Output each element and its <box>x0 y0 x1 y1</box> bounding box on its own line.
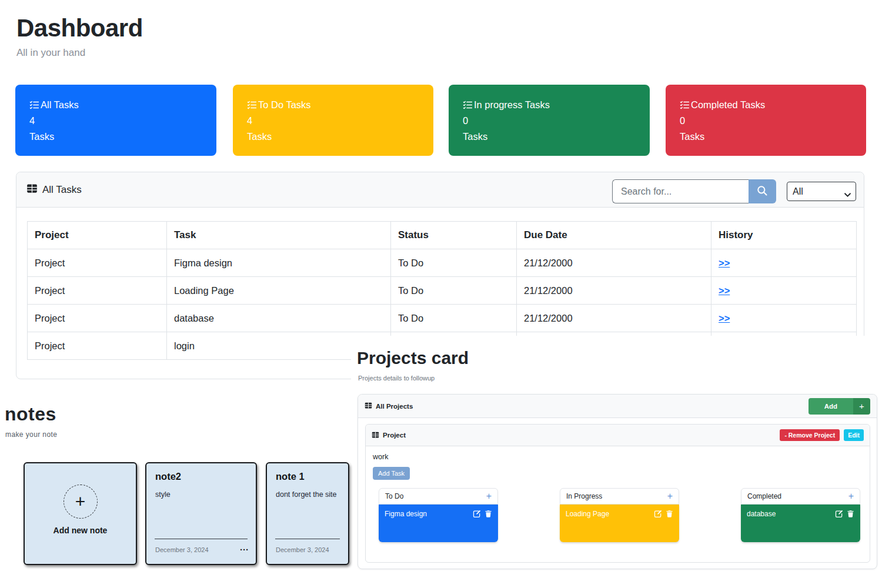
search-icon <box>757 185 768 198</box>
stat-label: All Tasks <box>41 99 79 111</box>
stat-card-all-tasks[interactable]: All Tasks 4 Tasks <box>15 85 216 156</box>
page-title: Dashboard <box>16 14 143 42</box>
cell-due-date: 21/12/2000 <box>517 249 711 277</box>
stat-unit: Tasks <box>247 129 433 145</box>
projects-subtitle: Projects details to followup <box>358 375 435 382</box>
list-check-icon <box>463 100 473 110</box>
stat-label: In progress Tasks <box>474 99 550 111</box>
table-row: Project Figma design To Do 21/12/2000 >> <box>28 249 857 277</box>
table-icon <box>372 431 379 440</box>
table-icon <box>365 402 372 410</box>
trash-icon[interactable] <box>666 510 673 518</box>
all-projects-panel: All Projects Add + Project - Remove Proj… <box>358 394 877 569</box>
plus-icon[interactable]: + <box>486 492 492 501</box>
add-task-button[interactable]: Add Task <box>373 467 410 480</box>
kanban-column-completed: Completed + database <box>741 488 860 542</box>
kanban-task-label: database <box>747 510 776 518</box>
page-header: Dashboard All in your hand <box>16 14 143 59</box>
kanban-column-inprogress: In Progress + Loading Page <box>560 488 679 542</box>
note-card[interactable]: note2 style December 3, 2024 ··· <box>145 462 257 565</box>
search-button[interactable] <box>749 179 776 203</box>
notes-subtitle: make your note <box>5 430 57 439</box>
dashboard-page: Dashboard All in your hand All Tasks 4 T… <box>0 0 882 588</box>
cell-task: Figma design <box>167 249 391 277</box>
cell-status: To Do <box>391 249 517 277</box>
plus-icon: + <box>853 398 870 415</box>
stat-unit: Tasks <box>463 129 650 145</box>
col-header-project: Project <box>28 222 167 249</box>
cell-project: Project <box>28 332 167 360</box>
add-project-button[interactable]: Add + <box>808 398 870 415</box>
col-header-history: History <box>711 222 857 249</box>
stat-card-completed-tasks[interactable]: Completed Tasks 0 Tasks <box>666 85 866 156</box>
cell-status: To Do <box>391 305 517 332</box>
note-divider <box>275 539 340 539</box>
table-icon <box>26 183 38 197</box>
history-link[interactable]: >> <box>719 258 730 268</box>
remove-project-button[interactable]: - Remove Project <box>780 429 840 441</box>
note-body: style <box>155 490 171 499</box>
list-check-icon <box>680 100 690 110</box>
stat-unit: Tasks <box>29 129 216 145</box>
col-header-status: Status <box>391 222 517 249</box>
kanban-task-card[interactable]: Figma design <box>379 505 498 542</box>
note-card[interactable]: note 1 dont forget the site December 3, … <box>266 462 349 565</box>
stat-count: 4 <box>29 113 216 129</box>
cell-project: Project <box>28 277 167 305</box>
kanban-column-title: Completed <box>747 492 781 500</box>
project-card-title: Project <box>383 432 406 439</box>
trash-icon[interactable] <box>847 510 854 518</box>
plus-icon[interactable]: + <box>848 492 854 501</box>
plus-icon[interactable]: + <box>667 492 673 501</box>
history-link[interactable]: >> <box>719 313 730 323</box>
cell-status: To Do <box>391 277 517 305</box>
kanban-column-title: In Progress <box>566 492 602 500</box>
table-header-row: Project Task Status Due Date History <box>28 222 857 249</box>
all-tasks-panel-header: All Tasks All <box>16 172 864 208</box>
edit-icon[interactable] <box>654 510 662 518</box>
cell-project: Project <box>28 305 167 332</box>
add-note-label: Add new note <box>25 526 136 535</box>
note-divider <box>155 539 248 539</box>
filter-select[interactable]: All <box>787 182 856 201</box>
add-note-card[interactable]: + Add new note <box>24 462 137 565</box>
edit-icon[interactable] <box>835 510 843 518</box>
list-check-icon <box>247 100 257 110</box>
page-subtitle: All in your hand <box>16 47 143 59</box>
add-note-plus-icon[interactable]: + <box>64 485 98 519</box>
col-header-due-date: Due Date <box>517 222 711 249</box>
note-date: December 3, 2024 <box>276 546 329 553</box>
cell-project: Project <box>28 249 167 277</box>
stat-count: 0 <box>463 113 650 129</box>
stat-count: 0 <box>680 113 866 129</box>
kanban-task-card[interactable]: database <box>741 505 860 542</box>
project-card: Project - Remove Project Edit work Add T… <box>365 424 870 563</box>
stat-count: 4 <box>247 113 433 129</box>
table-row: Project database To Do 21/12/2000 >> <box>28 305 857 332</box>
all-projects-panel-header: All Projects Add + <box>358 395 877 418</box>
kanban-task-card[interactable]: Loading Page <box>560 505 679 542</box>
col-header-task: Task <box>167 222 391 249</box>
panel-title: All Tasks <box>42 184 82 196</box>
stat-card-inprogress-tasks[interactable]: In progress Tasks 0 Tasks <box>449 85 650 156</box>
add-button-label: Add <box>808 398 853 415</box>
kanban-task-label: Figma design <box>385 510 427 518</box>
note-menu-icon[interactable]: ··· <box>240 547 249 553</box>
stat-label: To Do Tasks <box>258 99 311 111</box>
panel-title: All Projects <box>376 403 413 410</box>
cell-task: database <box>167 305 391 332</box>
stat-unit: Tasks <box>680 129 866 145</box>
table-row: Project Loading Page To Do 21/12/2000 >> <box>28 277 857 305</box>
trash-icon[interactable] <box>485 510 492 518</box>
edit-project-button[interactable]: Edit <box>844 429 864 441</box>
history-link[interactable]: >> <box>719 285 730 296</box>
kanban-task-label: Loading Page <box>566 510 609 518</box>
search-input[interactable] <box>612 179 749 203</box>
cell-task: Loading Page <box>167 277 391 305</box>
note-body: dont forget the site <box>276 490 337 499</box>
kanban-column-todo: To Do + Figma design <box>379 488 498 542</box>
stat-card-todo-tasks[interactable]: To Do Tasks 4 Tasks <box>233 85 433 156</box>
projects-heading: Projects card <box>357 348 469 368</box>
project-name: work <box>373 453 388 461</box>
edit-icon[interactable] <box>473 510 481 518</box>
